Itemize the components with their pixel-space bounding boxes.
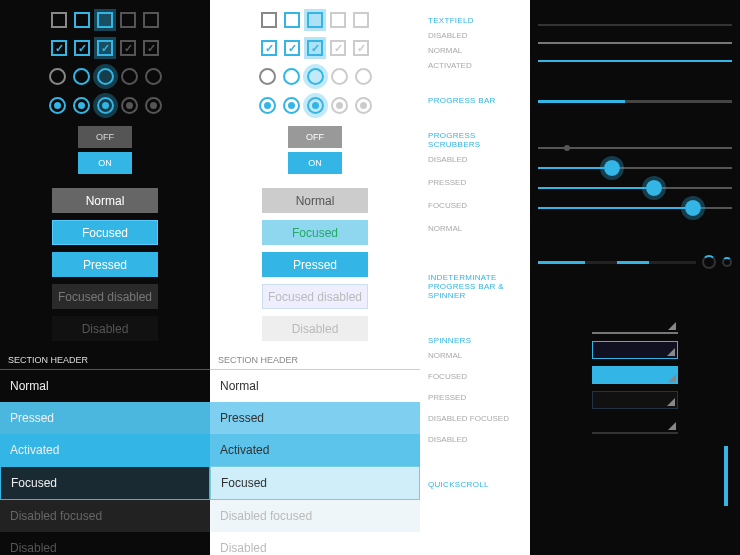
button-focused[interactable]: Focused: [52, 220, 158, 245]
button-disabled: Disabled: [52, 316, 158, 341]
button-stack: Normal Focused Pressed Focused disabled …: [0, 188, 210, 341]
button-pressed[interactable]: Pressed: [262, 252, 368, 277]
spinner-icon: [702, 255, 716, 269]
label-disabled: DISABLED: [428, 155, 522, 164]
button-normal[interactable]: Normal: [262, 188, 368, 213]
checkbox-on-disabled: ✓: [330, 40, 346, 56]
checkbox-on-focused[interactable]: ✓: [74, 40, 90, 56]
label-pressed: PRESSED: [428, 178, 522, 187]
spinner-disabled: [592, 416, 678, 434]
label-disabled: DISABLED: [428, 435, 522, 444]
textfield-activated[interactable]: [538, 60, 732, 62]
radio-off-focused[interactable]: [283, 68, 300, 85]
checkbox-row-unchecked: [0, 12, 210, 28]
label-focused: FOCUSED: [428, 201, 522, 210]
radio-on-disabled: [121, 97, 138, 114]
label-textfield: TEXTFIELD: [428, 16, 522, 25]
button-normal[interactable]: Normal: [52, 188, 158, 213]
spinner-disabled-focused: [592, 391, 678, 409]
list-item-activated[interactable]: Activated: [0, 434, 210, 466]
list-item-disabled: Disabled: [210, 532, 420, 555]
spinner-icon-small: [722, 257, 732, 267]
checkbox-off-pressed[interactable]: [97, 12, 113, 28]
indeterminate-progress: [538, 261, 696, 264]
radio-on[interactable]: [49, 97, 66, 114]
list-item-normal[interactable]: Normal: [210, 370, 420, 402]
checkbox-on-pressed[interactable]: ✓: [307, 40, 323, 56]
label-normal: NORMAL: [428, 224, 522, 233]
radio-on-pressed[interactable]: [307, 97, 324, 114]
toggle-on[interactable]: ON: [78, 152, 132, 174]
radio-off-disabled-focused: [355, 68, 372, 85]
label-spinners: SPINNERS: [428, 336, 522, 345]
quickscroll-thumb[interactable]: [724, 446, 728, 506]
list-item-activated[interactable]: Activated: [210, 434, 420, 466]
checkbox-off-disabled-focused: [143, 12, 159, 28]
label-disabled: DISABLED: [428, 31, 522, 40]
radio-off-focused[interactable]: [73, 68, 90, 85]
list-item-normal[interactable]: Normal: [0, 370, 210, 402]
label-focused: FOCUSED: [428, 372, 522, 381]
textfield-disabled: [538, 24, 732, 26]
checkbox-off[interactable]: [261, 12, 277, 28]
radio-on[interactable]: [259, 97, 276, 114]
label-progress-scrubbers: PROGRESS SCRUBBERS: [428, 131, 522, 149]
checkbox-on[interactable]: ✓: [261, 40, 277, 56]
checkbox-row-checked: ✓ ✓ ✓ ✓ ✓: [0, 40, 210, 56]
section-header: SECTION HEADER: [210, 351, 420, 370]
spinner-normal[interactable]: [592, 316, 678, 334]
checkbox-off-pressed[interactable]: [307, 12, 323, 28]
checkbox-off[interactable]: [51, 12, 67, 28]
checkbox-on-pressed[interactable]: ✓: [97, 40, 113, 56]
section-header: SECTION HEADER: [0, 351, 210, 370]
spinner-focused[interactable]: [592, 341, 678, 359]
radio-off-pressed[interactable]: [307, 68, 324, 85]
button-focused-disabled: Focused disabled: [262, 284, 368, 309]
radio-on-pressed[interactable]: [97, 97, 114, 114]
radio-off[interactable]: [49, 68, 66, 85]
checkbox-on-disabled: ✓: [120, 40, 136, 56]
light-theme-panel: ✓ ✓ ✓ ✓ ✓ OFF ON Normal Focused Pressed …: [210, 0, 420, 555]
radio-row-checked: [0, 97, 210, 114]
label-indeterminate: INDETERMINATE PROGRESS BAR & SPINNER: [428, 273, 522, 300]
list-item-focused[interactable]: Focused: [210, 466, 420, 500]
checkbox-off-disabled: [120, 12, 136, 28]
label-disabled-focused: DISABLED FOCUSED: [428, 414, 522, 423]
dark-theme-panel: ✓ ✓ ✓ ✓ ✓ OFF ON Normal Focused Pressed …: [0, 0, 210, 555]
radio-off-disabled: [331, 68, 348, 85]
radio-off-pressed[interactable]: [97, 68, 114, 85]
list-item-focused[interactable]: Focused: [0, 466, 210, 500]
progress-bar: [538, 100, 732, 103]
labels-panel: TEXTFIELD DISABLED NORMAL ACTIVATED PROG…: [420, 0, 530, 555]
checkbox-on-focused[interactable]: ✓: [284, 40, 300, 56]
button-focused[interactable]: Focused: [262, 220, 368, 245]
radio-on-focused[interactable]: [283, 97, 300, 114]
radio-off[interactable]: [259, 68, 276, 85]
button-focused-disabled: Focused disabled: [52, 284, 158, 309]
checkbox-on[interactable]: ✓: [51, 40, 67, 56]
button-pressed[interactable]: Pressed: [52, 252, 158, 277]
toggle-off[interactable]: OFF: [288, 126, 342, 148]
label-quickscroll: QUICKSCROLL: [428, 480, 522, 489]
slider-normal[interactable]: [538, 207, 732, 209]
textfield-normal[interactable]: [538, 42, 732, 44]
radio-on-disabled: [331, 97, 348, 114]
radio-on-focused[interactable]: [73, 97, 90, 114]
checkbox-off-disabled-focused: [353, 12, 369, 28]
toggle-off[interactable]: OFF: [78, 126, 132, 148]
slider-pressed[interactable]: [538, 167, 732, 169]
list-item-disabled: Disabled: [0, 532, 210, 555]
checkbox-off-focused[interactable]: [74, 12, 90, 28]
spinner-pressed[interactable]: [592, 366, 678, 384]
list-item-pressed[interactable]: Pressed: [0, 402, 210, 434]
slider-focused[interactable]: [538, 187, 732, 189]
checkbox-on-disabled-focused: ✓: [143, 40, 159, 56]
list-item-disabled-focused: Disabled focused: [210, 500, 420, 532]
checkbox-on-disabled-focused: ✓: [353, 40, 369, 56]
list-item-pressed[interactable]: Pressed: [210, 402, 420, 434]
checkbox-off-focused[interactable]: [284, 12, 300, 28]
controls-panel: [530, 0, 740, 555]
label-normal: NORMAL: [428, 351, 522, 360]
button-disabled: Disabled: [262, 316, 368, 341]
toggle-on[interactable]: ON: [288, 152, 342, 174]
